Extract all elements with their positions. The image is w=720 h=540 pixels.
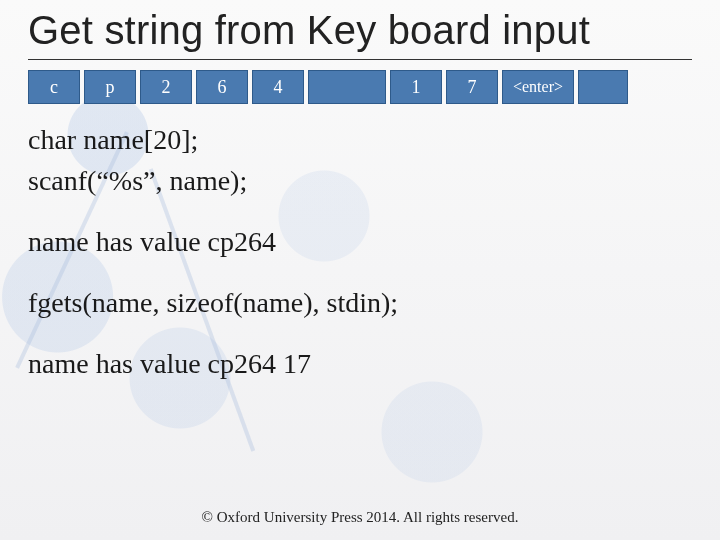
text-result-1: name has value cp264 xyxy=(28,224,692,259)
code-block-2: fgets(name, sizeof(name), stdin); xyxy=(28,285,692,320)
key-cell-c: c xyxy=(28,70,80,104)
key-cell-6: 6 xyxy=(196,70,248,104)
text-result-2: name has value cp264 17 xyxy=(28,346,692,381)
key-cell-p: p xyxy=(84,70,136,104)
key-cell-2: 2 xyxy=(140,70,192,104)
key-cell-trailing xyxy=(578,70,628,104)
slide-title: Get string from Key board input xyxy=(28,6,692,60)
copyright-footer: © Oxford University Press 2014. All righ… xyxy=(0,509,720,526)
key-cell-1: 1 xyxy=(390,70,442,104)
result-1: name has value cp264 xyxy=(28,224,692,259)
slide: Get string from Key board input c p 2 6 … xyxy=(0,0,720,540)
code-line-scanf: scanf(“%s”, name); xyxy=(28,163,692,198)
key-cell-7: 7 xyxy=(446,70,498,104)
result-2: name has value cp264 17 xyxy=(28,346,692,381)
code-line-decl: char name[20]; xyxy=(28,122,692,157)
code-line-fgets: fgets(name, sizeof(name), stdin); xyxy=(28,285,692,320)
key-cell-4: 4 xyxy=(252,70,304,104)
slide-body: char name[20]; scanf(“%s”, name); name h… xyxy=(28,122,692,381)
code-block-1: char name[20]; scanf(“%s”, name); xyxy=(28,122,692,198)
keystroke-row: c p 2 6 4 1 7 <enter> xyxy=(28,70,692,104)
key-cell-space xyxy=(308,70,386,104)
key-cell-enter: <enter> xyxy=(502,70,574,104)
